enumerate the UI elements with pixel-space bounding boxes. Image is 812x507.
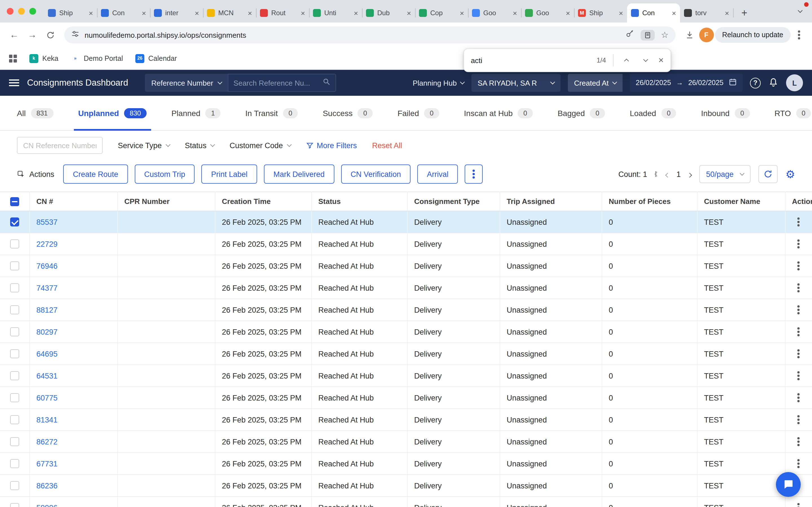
bookmark-item[interactable]: » Demo Portal (71, 54, 123, 63)
bookmark-star-icon[interactable]: ☆ (661, 30, 668, 40)
row-actions-cell[interactable] (785, 409, 812, 431)
zoom-window-button[interactable] (29, 8, 36, 15)
row-kebab-icon[interactable] (792, 309, 805, 311)
status-tab[interactable]: Bagged 0 (558, 96, 605, 130)
row-checkbox-cell[interactable] (0, 453, 29, 474)
browser-tab[interactable]: inter × (150, 3, 203, 22)
table-row[interactable]: 74377 26 Feb 2025, 03:25 PM Reached At H… (0, 277, 812, 299)
notifications-bell-icon[interactable] (768, 76, 779, 89)
password-key-icon[interactable] (625, 29, 635, 41)
date-from-value[interactable]: 26/02/2025 (636, 79, 671, 87)
row-actions-cell[interactable] (785, 255, 812, 277)
row-kebab-icon[interactable] (792, 243, 805, 245)
forward-button[interactable]: → (24, 26, 41, 43)
browser-tab[interactable]: M Ship × (574, 3, 627, 22)
browser-tab[interactable]: Ship × (44, 3, 97, 22)
table-row[interactable]: 64531 26 Feb 2025, 03:25 PM Reached At H… (0, 365, 812, 387)
action-button[interactable]: Mark Delivered (264, 165, 335, 184)
find-previous-icon[interactable] (620, 54, 632, 66)
hamburger-menu-icon[interactable] (9, 79, 19, 86)
row-checkbox[interactable] (10, 503, 19, 507)
row-checkbox[interactable] (10, 393, 19, 402)
row-actions-cell[interactable] (785, 365, 812, 387)
planning-hub-dropdown[interactable]: Planning Hub (413, 78, 464, 87)
row-actions-cell[interactable] (785, 211, 812, 233)
new-tab-button[interactable]: + (737, 5, 752, 21)
cn-reference-input[interactable] (17, 137, 103, 154)
row-checkbox[interactable] (10, 415, 19, 424)
status-tab[interactable]: Failed 0 (398, 96, 439, 130)
browser-tab[interactable]: Cop × (415, 3, 468, 22)
status-tab[interactable]: All 831 (17, 96, 53, 130)
tab-close-icon[interactable]: × (460, 9, 464, 17)
cn-link[interactable]: 60775 (36, 393, 57, 402)
cn-link[interactable]: 59906 (36, 503, 57, 507)
tab-close-icon[interactable]: × (513, 9, 517, 17)
row-checkbox[interactable] (10, 283, 19, 292)
table-row[interactable]: 22729 26 Feb 2025, 03:25 PM Reached At H… (0, 233, 812, 255)
find-close-icon[interactable]: × (658, 55, 664, 65)
browser-menu-icon[interactable] (792, 34, 806, 36)
apps-grid-icon[interactable] (9, 54, 17, 62)
row-checkbox-cell[interactable] (0, 365, 29, 387)
browser-tab[interactable]: Rout × (256, 3, 309, 22)
row-checkbox-cell[interactable] (0, 497, 29, 507)
select-all-cell[interactable] (0, 192, 29, 211)
status-tab[interactable]: Success 0 (323, 96, 373, 130)
table-row[interactable]: 86236 26 Feb 2025, 03:25 PM Reached At H… (0, 474, 812, 497)
row-kebab-icon[interactable] (792, 462, 805, 465)
cn-link[interactable]: 86272 (36, 438, 57, 446)
row-kebab-icon[interactable] (792, 221, 805, 223)
tab-close-icon[interactable]: × (301, 9, 305, 17)
tab-close-icon[interactable]: × (248, 9, 252, 17)
action-button[interactable]: Arrival (417, 165, 458, 184)
find-in-page-icon[interactable] (641, 30, 655, 40)
row-actions-cell[interactable] (785, 387, 812, 409)
action-button[interactable]: Print Label (202, 165, 257, 184)
row-checkbox[interactable] (10, 305, 19, 314)
hub-value-dropdown[interactable]: SA RIYADH, SA R (471, 74, 560, 92)
row-checkbox-cell[interactable] (0, 431, 29, 453)
cn-link[interactable]: 80297 (36, 328, 57, 336)
status-tab[interactable]: Unplanned 830 (78, 96, 147, 130)
tab-close-icon[interactable]: × (354, 9, 358, 17)
row-checkbox-cell[interactable] (0, 409, 29, 431)
table-row[interactable]: 81341 26 Feb 2025, 03:25 PM Reached At H… (0, 409, 812, 431)
row-kebab-icon[interactable] (792, 331, 805, 333)
row-checkbox-cell[interactable] (0, 321, 29, 343)
row-checkbox[interactable] (10, 481, 19, 490)
browser-profile-avatar[interactable]: F (699, 27, 714, 42)
bookmark-item[interactable]: k Keka (29, 54, 58, 63)
row-checkbox[interactable] (10, 349, 19, 358)
tab-close-icon[interactable]: × (566, 9, 570, 17)
date-to-value[interactable]: 26/02/2025 (688, 79, 723, 87)
table-row[interactable]: 59906 26 Feb 2025, 03:25 PM Reached At H… (0, 497, 812, 507)
find-query-input[interactable]: acti (471, 55, 590, 65)
reference-search-input[interactable] (234, 78, 322, 87)
browser-tab[interactable]: Dub × (362, 3, 415, 22)
select-all-checkbox[interactable] (10, 197, 19, 206)
cn-link[interactable]: 81341 (36, 415, 57, 424)
browser-tab[interactable]: Goo × (521, 3, 574, 22)
tab-close-icon[interactable]: × (725, 9, 729, 17)
row-checkbox[interactable] (10, 239, 19, 248)
cn-link[interactable]: 85537 (36, 218, 57, 226)
reload-button[interactable] (42, 26, 59, 43)
row-checkbox-cell[interactable] (0, 299, 29, 321)
table-row[interactable]: 76946 26 Feb 2025, 03:25 PM Reached At H… (0, 255, 812, 277)
browser-tab[interactable]: Unti × (309, 3, 362, 22)
cn-link[interactable]: 74377 (36, 284, 57, 292)
row-kebab-icon[interactable] (792, 287, 805, 289)
reference-search-field[interactable] (228, 74, 336, 92)
url-text[interactable]: numoulifedemo.portal.shipsy.io/ops/consi… (85, 31, 246, 39)
site-settings-icon[interactable] (71, 30, 80, 40)
calendar-icon[interactable] (728, 78, 737, 88)
date-filter-type-dropdown[interactable]: Created At (568, 74, 623, 92)
row-checkbox[interactable] (10, 459, 19, 468)
row-actions-cell[interactable] (785, 233, 812, 255)
tab-close-icon[interactable]: × (407, 9, 411, 17)
status-tab[interactable]: Loaded 0 (630, 96, 676, 130)
previous-page-icon[interactable] (666, 169, 669, 179)
table-row[interactable]: 85537 26 Feb 2025, 03:25 PM Reached At H… (0, 211, 812, 233)
row-actions-cell[interactable] (785, 299, 812, 321)
